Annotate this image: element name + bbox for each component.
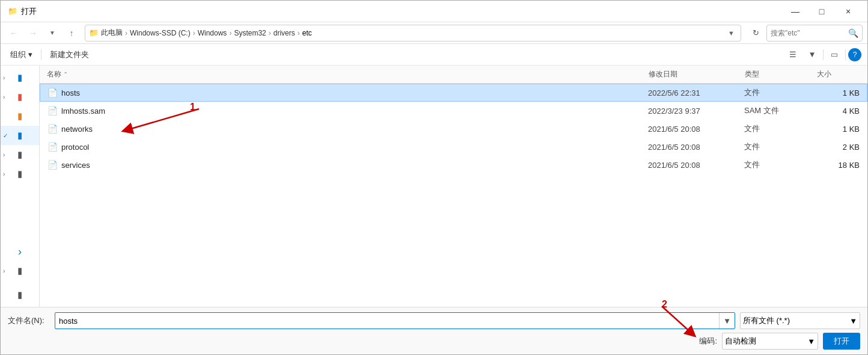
filename-input[interactable]	[55, 316, 719, 326]
sidebar-item-6[interactable]: › ▮	[1, 164, 39, 184]
file-cell-type: 文件	[742, 122, 814, 135]
minimize-button[interactable]: —	[783, 3, 807, 20]
forward-button[interactable]: →	[25, 25, 41, 41]
file-rows: 📄 hosts 2022/5/6 22:31 文件 1 KB 📄 lmhosts…	[40, 84, 867, 174]
file-cell-date: 2022/5/6 22:31	[646, 87, 742, 99]
file-cell-name: 📄 lmhosts.sam	[45, 105, 646, 117]
path-part-drive[interactable]: Windows-SSD (C:)	[130, 29, 191, 37]
path-part-drivers[interactable]: drivers	[274, 29, 295, 37]
expand-arrow-4: ✓	[3, 132, 8, 139]
sidebar-item-1[interactable]: › ▮	[1, 68, 39, 87]
encoding-arrow: ▼	[807, 337, 815, 346]
sidebar-item-expand[interactable]: ›	[1, 242, 39, 261]
file-icon: 📄	[47, 88, 58, 97]
filename-input-wrap[interactable]: ▼	[55, 312, 735, 329]
path-part-current[interactable]: etc	[302, 29, 312, 37]
sidebar-icon-7: ▮	[14, 265, 26, 277]
new-folder-button[interactable]: 新建文件夹	[46, 48, 93, 62]
header-type[interactable]: 类型	[742, 68, 815, 81]
file-cell-name: 📄 services	[45, 159, 646, 171]
window-icon: 📁	[8, 7, 17, 16]
open-button[interactable]: 打开	[823, 333, 860, 350]
encoding-value: 自动检测	[725, 336, 756, 347]
search-input[interactable]	[771, 29, 846, 37]
sidebar: › ▮ › ▮ ▮ ✓ ▮ › ▮ › ▮ ›	[1, 66, 40, 307]
folder-icon: 📁	[89, 28, 99, 37]
toolbar-divider-3	[845, 49, 846, 60]
file-name: hosts	[61, 88, 80, 97]
sidebar-icon-5: ▮	[14, 149, 26, 161]
window-title: 打开	[21, 6, 783, 17]
sidebar-icon-3: ▮	[14, 110, 26, 122]
expand-arrow-2: ›	[3, 94, 5, 100]
sidebar-item-5[interactable]: › ▮	[1, 145, 39, 164]
path-part-windows[interactable]: Windows	[198, 29, 227, 37]
table-row[interactable]: 📄 hosts 2022/5/6 22:31 文件 1 KB	[40, 84, 867, 102]
maximize-button[interactable]: □	[810, 3, 834, 20]
nav-toolbar: ← → ▼ ↑ 📁 此电脑 › Windows-SSD (C:) › Windo…	[1, 22, 867, 44]
up-button[interactable]: ↑	[63, 25, 80, 41]
file-icon: 📄	[47, 142, 58, 152]
encoding-select[interactable]: 自动检测 ▼	[722, 333, 818, 350]
filetype-select[interactable]: 所有文件 (*.*) ▼	[740, 312, 860, 329]
dropdown-button[interactable]: ▼	[44, 25, 61, 41]
pane-toggle-button[interactable]: ▭	[826, 47, 843, 63]
filename-label: 文件名(N):	[8, 315, 50, 326]
address-dropdown-button[interactable]: ▼	[726, 29, 737, 37]
organize-button[interactable]: 组织 ▾	[7, 48, 36, 62]
open-dialog: 📁 打开 — □ × ← → ▼ ↑ 📁 此电脑 › Windows-SSD (…	[0, 0, 868, 355]
file-name: lmhosts.sam	[61, 106, 105, 116]
sidebar-item-2[interactable]: › ▮	[1, 87, 39, 106]
header-date[interactable]: 修改日期	[646, 68, 742, 81]
main-content: › ▮ › ▮ ▮ ✓ ▮ › ▮ › ▮ ›	[1, 66, 867, 307]
header-size[interactable]: 大小	[815, 68, 863, 81]
search-icon-button[interactable]: 🔍	[848, 28, 858, 38]
file-cell-date: 2021/6/5 20:08	[646, 159, 742, 171]
file-cell-date: 2021/6/5 20:08	[646, 123, 742, 135]
table-row[interactable]: 📄 lmhosts.sam 2022/3/23 9:37 SAM 文件 4 KB	[40, 102, 867, 120]
table-row[interactable]: 📄 networks 2021/6/5 20:08 文件 1 KB	[40, 120, 867, 138]
address-bar[interactable]: 📁 此电脑 › Windows-SSD (C:) › Windows › Sys…	[85, 25, 741, 42]
file-name: services	[61, 161, 90, 170]
table-row[interactable]: 📄 protocol 2021/6/5 20:08 文件 2 KB	[40, 138, 867, 156]
file-cell-name: 📄 protocol	[45, 141, 646, 153]
sidebar-item-7[interactable]: › ▮	[1, 261, 39, 280]
file-cell-size: 1 KB	[814, 123, 862, 135]
sidebar-item-bottom[interactable]: ▮	[1, 285, 39, 304]
sidebar-icon-bottom: ▮	[14, 289, 26, 301]
file-name: networks	[61, 125, 93, 134]
sidebar-item-4[interactable]: ✓ ▮	[1, 126, 39, 145]
sort-arrow-name: ⌃	[63, 71, 68, 78]
layout-icon-button[interactable]: ☰	[784, 47, 801, 63]
address-path: 此电脑 › Windows-SSD (C:) › Windows › Syste…	[101, 28, 726, 38]
back-button[interactable]: ←	[5, 25, 22, 41]
search-bar[interactable]: 🔍	[766, 25, 863, 42]
filetype-label: 所有文件 (*.*)	[743, 315, 790, 326]
close-button[interactable]: ×	[836, 3, 860, 20]
header-name[interactable]: 名称 ⌃	[44, 68, 646, 81]
table-row[interactable]: 📄 services 2021/6/5 20:08 文件 18 KB	[40, 156, 867, 174]
bottom-bar: 文件名(N): ▼ 所有文件 (*.*) ▼ 编码: 自动检测 ▼ 打开	[1, 307, 867, 354]
path-part-system32[interactable]: System32	[234, 29, 266, 37]
view-dropdown-button[interactable]: ▼	[804, 47, 821, 63]
filename-row: 文件名(N): ▼ 所有文件 (*.*) ▼	[8, 312, 860, 329]
filename-dropdown-button[interactable]: ▼	[719, 313, 735, 329]
filetype-arrow: ▼	[849, 316, 857, 326]
encoding-row: 编码: 自动检测 ▼ 打开	[8, 333, 860, 350]
path-part-pc[interactable]: 此电脑	[101, 28, 123, 38]
file-cell-name: 📄 hosts	[45, 87, 646, 99]
help-button[interactable]: ?	[848, 48, 861, 61]
sidebar-item-3[interactable]: ▮	[1, 106, 39, 126]
sidebar-icon-1: ▮	[14, 72, 26, 84]
sidebar-icon-4: ▮	[14, 129, 26, 141]
file-list-area[interactable]: 名称 ⌃ 修改日期 类型 大小 📄 hosts 2022/5/6 22:31	[40, 66, 867, 307]
file-cell-name: 📄 networks	[45, 123, 646, 135]
title-bar: 📁 打开 — □ ×	[1, 1, 867, 22]
file-cell-size: 18 KB	[814, 159, 862, 171]
file-cell-type: SAM 文件	[742, 104, 814, 117]
file-cell-size: 4 KB	[814, 105, 862, 117]
file-icon: 📄	[47, 160, 58, 170]
expand-arrow-5: ›	[3, 152, 5, 158]
sidebar-icon-6: ▮	[14, 168, 26, 180]
refresh-button[interactable]: ↻	[747, 25, 764, 41]
